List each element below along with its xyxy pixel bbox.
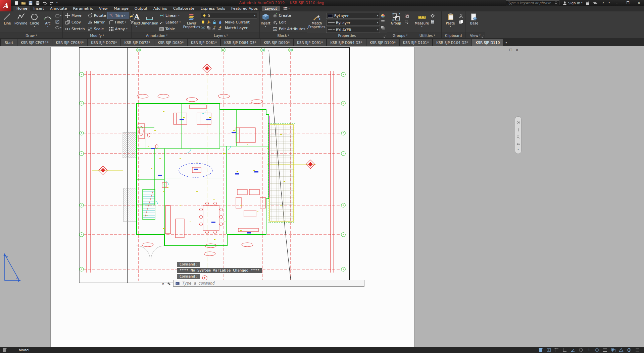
menu-tab-layout[interactable]: Layout	[262, 6, 280, 11]
command-close-icon[interactable]: ×	[162, 281, 164, 286]
circle-button[interactable]: Circle ▾	[28, 12, 41, 28]
doc-tab-ksr-sjp-cp084[interactable]: KSR-SJP-CP084*	[52, 39, 87, 46]
menu-tab-collaborate[interactable]: Collaborate	[170, 6, 197, 11]
panel-title-layers[interactable]: Layers▾	[182, 33, 259, 38]
hatch-tool-icon[interactable]	[55, 19, 60, 24]
rectangle-tool-icon[interactable]	[55, 13, 60, 18]
create-block-button[interactable]: Create	[271, 12, 309, 19]
transparency-icon[interactable]	[610, 347, 616, 353]
isodraft-icon[interactable]	[578, 347, 584, 353]
panel-title-modify[interactable]: Modify▾	[63, 33, 131, 38]
help-icon[interactable]: ?	[601, 1, 605, 5]
menu-tab-parametric[interactable]: Parametric	[70, 6, 96, 11]
orbit-icon[interactable]	[516, 141, 520, 144]
doc-tab-ksr-sjp-d072[interactable]: KSR-SJP-D072*	[121, 39, 154, 46]
color-wheel-icon[interactable]	[381, 13, 385, 18]
navbar-menu-icon[interactable]: ▾	[516, 148, 520, 151]
ungroup-icon[interactable]	[404, 13, 409, 18]
menu-tab-insert[interactable]: Insert	[30, 6, 47, 11]
layer-walk-icon[interactable]	[212, 25, 217, 30]
new-icon[interactable]	[14, 1, 19, 5]
doc-tab-start[interactable]: Start	[1, 39, 17, 46]
trim-button[interactable]: Trim▾	[107, 12, 129, 19]
dimension-button[interactable]: Dimension	[142, 12, 157, 25]
search-box[interactable]	[506, 0, 559, 5]
zoom-icon[interactable]	[516, 134, 520, 137]
layer-off-icon[interactable]	[201, 20, 205, 24]
restore-button[interactable]: ❐	[624, 1, 632, 5]
plot-icon[interactable]	[35, 1, 40, 5]
menu-tab-manage[interactable]: Manage	[111, 6, 132, 11]
panel-title-properties[interactable]: Properties	[307, 33, 387, 38]
array-button[interactable]: Array▾	[107, 25, 129, 32]
lineweight-select[interactable]: BYLAYER ▾	[326, 27, 380, 33]
steering-wheel-icon[interactable]	[516, 119, 520, 123]
doc-tab-ksr-sjp-d094-d3[interactable]: KSR-SJP-D094 D3*	[327, 39, 365, 46]
group-button[interactable]: Group	[388, 12, 404, 25]
match-properties-button[interactable]: Match Properties	[308, 12, 326, 29]
match-layer-button[interactable]: Match Layer	[224, 25, 249, 30]
app-store-icon[interactable]	[585, 1, 590, 5]
doc-tab-ksr-sjp-d080[interactable]: KSR-SJP-D080*	[154, 39, 187, 46]
stretch-button[interactable]: Stretch	[64, 25, 86, 32]
model-tab[interactable]: Model	[19, 348, 30, 352]
menu-tab-add-ins[interactable]: Add-ins	[150, 6, 170, 11]
canvas-restore-icon[interactable]: □	[509, 48, 512, 52]
match-layer-icon[interactable]	[218, 25, 222, 30]
otrack-icon[interactable]	[586, 347, 592, 353]
table-button[interactable]: Table	[158, 25, 182, 32]
layer-select[interactable]: 0 ▾	[201, 13, 257, 19]
move-button[interactable]: Move	[64, 12, 86, 19]
doc-tab-ksr-sjp-d084-d3[interactable]: KSR-SJP-D084 D3*	[221, 39, 259, 46]
sign-in-button[interactable]: Sign In ▾	[562, 1, 583, 5]
undo-icon[interactable]	[42, 1, 47, 5]
copy-button[interactable]: Copy	[64, 19, 86, 25]
redo-icon[interactable]	[49, 1, 54, 5]
doc-tab-ksr-sjp-cp074[interactable]: KSR-SJP-CP074*	[17, 39, 52, 46]
object-color-select[interactable]: ByLayer ▾	[326, 13, 380, 19]
properties-launcher-icon[interactable]	[384, 35, 386, 37]
doc-tab-ksr-sjp-d091[interactable]: KSR-SJP-D091*	[294, 39, 326, 46]
canvas-close-icon[interactable]: ×	[515, 48, 518, 52]
layer-isolate-icon[interactable]	[218, 20, 222, 24]
doc-tab-ksr-sjp-d101[interactable]: KSR-SJP-D101*	[400, 39, 432, 46]
doc-tab-ksr-sjp-d110[interactable]: KSR-SJP-D110	[472, 39, 503, 46]
scale-button[interactable]: Scale	[86, 25, 107, 32]
open-icon[interactable]	[21, 1, 26, 5]
quick-calc-icon[interactable]	[430, 19, 435, 24]
doc-tab-ksr-sjp-d100[interactable]: KSR-SJP-D100*	[366, 39, 399, 46]
minimize-button[interactable]: –	[613, 1, 621, 5]
close-button[interactable]: ×	[635, 1, 643, 5]
cut-icon[interactable]	[459, 13, 463, 18]
workspace-icon[interactable]	[627, 347, 632, 353]
canvas-minimize-icon[interactable]: –	[504, 48, 506, 52]
mirror-button[interactable]: Mirror	[86, 19, 107, 25]
panel-title-annotation[interactable]: Annotation▾	[132, 33, 182, 38]
doc-tab-ksr-sjp-d104-d2[interactable]: KSR-SJP-D104 D2*	[433, 39, 472, 46]
pan-icon[interactable]	[516, 127, 520, 130]
layer-lock-icon[interactable]	[212, 20, 217, 24]
line-button[interactable]: Line	[1, 12, 14, 25]
paste-button[interactable]: Paste ▾	[443, 12, 458, 28]
osnap-icon[interactable]	[594, 347, 600, 353]
drawing-viewport[interactable]: 23222120NNGGPPFFQQRRSS – □ × ▾ X Y Comma…	[0, 46, 644, 347]
base-button[interactable]: Base	[466, 12, 482, 25]
text-button[interactable]: A Text ▾	[133, 12, 141, 28]
layer-fade-icon[interactable]	[206, 25, 211, 30]
panel-title-draw[interactable]: Draw▾	[0, 33, 62, 38]
ortho-icon[interactable]	[562, 347, 567, 353]
menu-tab-express-tools[interactable]: Express Tools	[197, 6, 228, 11]
insert-button[interactable]: Insert ▾	[261, 12, 270, 28]
arc-button[interactable]: Arc ▾	[42, 12, 54, 28]
autocad-logo[interactable]: A	[0, 0, 11, 11]
infer-icon[interactable]	[554, 347, 559, 353]
edit-attributes-button[interactable]: aEdit Attributes▾	[271, 25, 309, 32]
linetype-select[interactable]: ByLayer ▾	[326, 20, 380, 26]
ellipse-tool-icon[interactable]	[55, 25, 60, 30]
group-edit-icon[interactable]	[404, 19, 409, 24]
rotate-button[interactable]: Rotate	[86, 12, 107, 19]
polyline-button[interactable]: Polyline	[14, 12, 28, 25]
command-customize-icon[interactable]	[166, 281, 171, 286]
layer-freeze-icon[interactable]	[206, 20, 211, 24]
doc-tab-ksr-sjp-d081[interactable]: KSR-SJP-D081*	[188, 39, 220, 46]
